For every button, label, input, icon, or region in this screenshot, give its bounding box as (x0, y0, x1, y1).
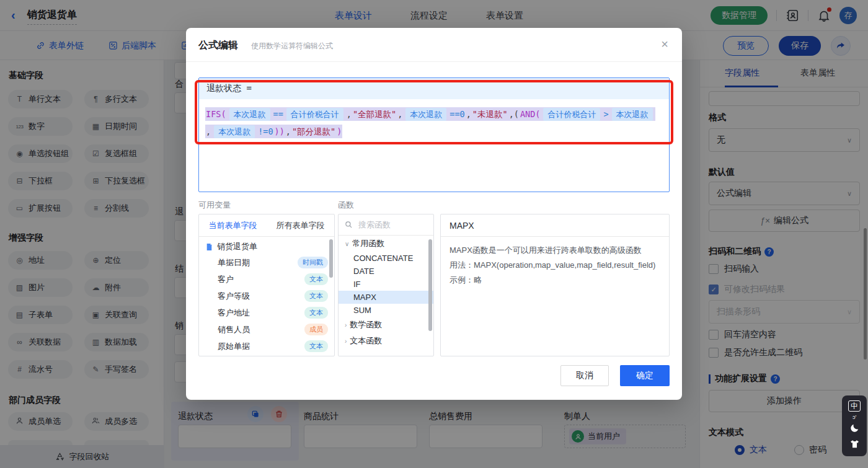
type-badge: 文本 (304, 340, 328, 352)
small-mark-icon[interactable]: ɔ' (852, 415, 856, 420)
variables-scrollbar-thumb[interactable] (329, 239, 333, 278)
function-item-selected[interactable]: MAPX (339, 291, 433, 304)
function-item[interactable]: CONCATENATE (339, 252, 433, 265)
formula-editor-area[interactable]: 退款状态 = IFS(本次退款==合计价税合计,"全部退款",本次退款==0,"… (198, 77, 670, 192)
field-token: 本次退款 (229, 108, 270, 121)
doc-example: 示例：略 (450, 273, 660, 288)
caret-right-icon: › (345, 322, 347, 329)
cancel-button[interactable]: 取消 (560, 365, 609, 386)
function-group-text[interactable]: ›文本函数 (339, 333, 433, 349)
doc-body: MAPX函数是一个可以用来进行跨表单取数的高级函数 用法：MAPX(operat… (441, 237, 669, 294)
field-token: 本次退款 (214, 125, 255, 138)
variable-row[interactable]: 客户等级文本 (199, 288, 334, 304)
shirt-icon[interactable] (849, 439, 860, 452)
document-icon (205, 243, 213, 251)
formula-editor-modal: 公式编辑 使用数学运算符编辑公式 × 退款状态 = IFS(本次退款==合计价税… (186, 28, 682, 400)
functions-scrollbar-thumb[interactable] (428, 239, 432, 331)
search-icon (345, 221, 353, 229)
type-badge: 时间戳 (298, 257, 328, 268)
doc-description: MAPX函数是一个可以用来进行跨表单取数的高级函数 (450, 243, 660, 258)
translate-extension-widget: 中 ɔ' (842, 395, 867, 456)
function-item[interactable]: IF (339, 278, 433, 291)
functions-panel-label: 函数 (338, 200, 354, 211)
formula-expression[interactable]: IFS(本次退款==合计价税合计,"全部退款",本次退款==0,"未退款",(A… (199, 99, 663, 140)
function-item[interactable]: SUM (339, 304, 433, 317)
function-doc-panel: MAPX MAPX函数是一个可以用来进行跨表单取数的高级函数 用法：MAPX(o… (440, 214, 670, 356)
variable-row[interactable]: 原始单据文本 (199, 338, 334, 355)
type-badge: 文本 (304, 273, 328, 285)
chinese-lang-icon[interactable]: 中 (848, 400, 861, 412)
field-token: 本次退款 (612, 108, 653, 121)
doc-function-name: MAPX (441, 214, 669, 237)
variable-row[interactable]: 客户地址文本 (199, 304, 334, 321)
field-token: 合计价税合计 (543, 108, 600, 121)
type-badge: 文本 (304, 307, 328, 319)
caret-right-icon: › (345, 338, 347, 345)
modal-footer: 取消 确定 (560, 365, 670, 386)
tab-current-form-fields[interactable]: 当前表单字段 (199, 214, 267, 236)
variable-row[interactable]: 客户文本 (199, 271, 334, 288)
formula-assign-line: 退款状态 = (199, 78, 669, 99)
variable-tabs: 当前表单字段 所有表单字段 (199, 214, 334, 237)
variables-panel-label: 可用变量 (198, 200, 231, 211)
form-tree-root[interactable]: 销货退货单 (199, 237, 334, 254)
modal-subtitle: 使用数学运算符编辑公式 (251, 41, 333, 51)
moon-icon[interactable] (849, 423, 860, 436)
confirm-button[interactable]: 确定 (620, 365, 670, 386)
type-badge: 文本 (304, 290, 328, 302)
type-badge: 成员 (304, 324, 328, 335)
close-icon[interactable]: × (661, 38, 668, 50)
variable-row[interactable]: 单据日期时间戳 (199, 254, 334, 271)
doc-usage: 用法：MAPX(operation,map_value,map_field,re… (450, 258, 660, 273)
function-group-math[interactable]: ›数学函数 (339, 317, 433, 333)
modal-header: 公式编辑 使用数学运算符编辑公式 × (186, 28, 682, 62)
function-item[interactable]: DATE (339, 265, 433, 278)
modal-title: 公式编辑 (198, 39, 238, 52)
functions-panel: ∨常用函数 CONCATENATE DATE IF MAPX SUM ›数学函数… (338, 214, 434, 356)
field-token: 合计价税合计 (286, 108, 343, 121)
function-search-input[interactable] (357, 219, 419, 230)
function-group-common[interactable]: ∨常用函数 (339, 236, 433, 252)
caret-down-icon: ∨ (345, 241, 349, 247)
function-search (339, 214, 433, 236)
field-token: 本次退款 (405, 108, 446, 121)
variable-row[interactable]: 销售人员成员 (199, 321, 334, 338)
variables-panel: 当前表单字段 所有表单字段 销货退货单 单据日期时间戳 客户文本 客户等级文本 … (198, 214, 335, 356)
app-root: ‹ 销货退货单 表单设计 流程设定 表单设置 数据管理 存 表单外链 (0, 0, 868, 468)
tab-all-form-fields[interactable]: 所有表单字段 (267, 214, 334, 236)
